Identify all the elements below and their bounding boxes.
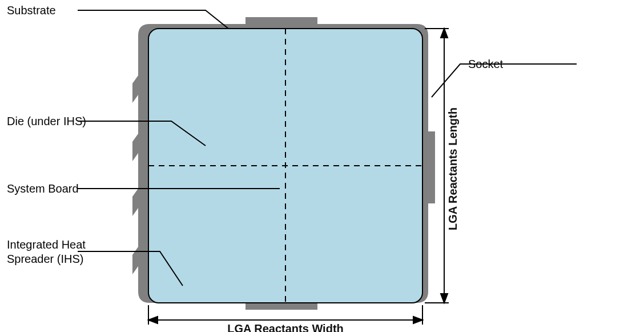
svg-marker-7 xyxy=(441,29,448,38)
figure-stage: Substrate Die (under IHS) System Board I… xyxy=(0,0,644,332)
svg-marker-3 xyxy=(413,317,422,323)
label-die: Die (under IHS) xyxy=(7,114,86,129)
label-socket: Socket xyxy=(468,57,503,71)
label-substrate: Substrate xyxy=(7,3,56,18)
label-length: LGA Reactants Length xyxy=(446,107,460,230)
svg-marker-8 xyxy=(441,294,448,303)
diagram-svg xyxy=(0,0,644,332)
label-system-board: System Board xyxy=(7,182,79,196)
label-ihs: Integrated Heat Spreader (IHS) xyxy=(7,238,87,266)
label-width: LGA Reactants Width xyxy=(194,322,377,332)
svg-marker-2 xyxy=(148,317,158,323)
leader-socket xyxy=(432,64,577,97)
